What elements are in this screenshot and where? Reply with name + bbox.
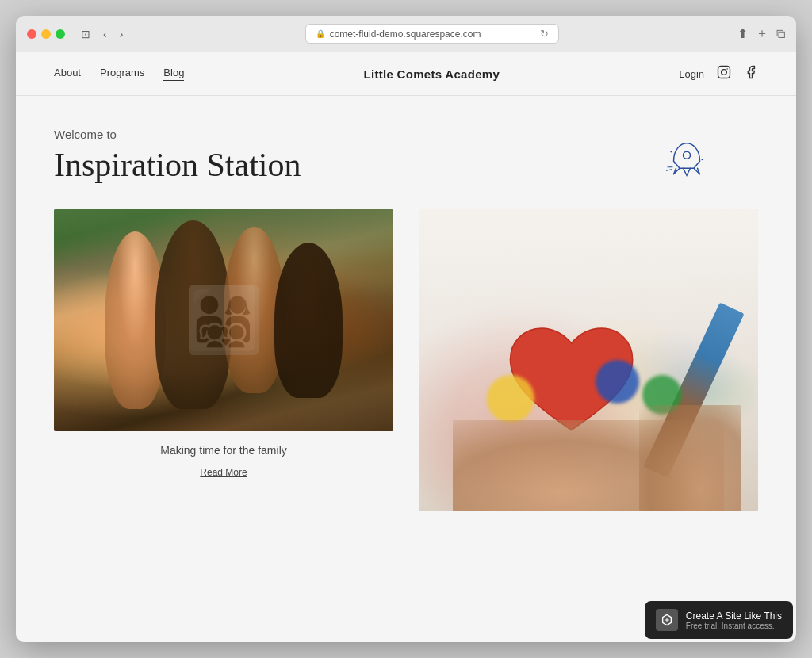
post-image-family[interactable] <box>54 209 393 431</box>
refresh-icon[interactable]: ↻ <box>540 28 549 40</box>
site-nav: About Programs Blog <box>54 67 184 81</box>
forward-button[interactable]: › <box>117 26 127 42</box>
rocket-icon <box>663 136 710 186</box>
post-caption-family: Making time for the family <box>54 444 393 457</box>
nav-programs[interactable]: Programs <box>100 67 144 81</box>
site-main: Welcome to Inspiration Station <box>16 96 796 642</box>
nav-blog[interactable]: Blog <box>163 67 184 81</box>
read-more-family[interactable]: Read More <box>200 467 247 478</box>
close-button[interactable] <box>27 29 36 39</box>
window-controls: ⊡ ‹ › <box>78 26 126 42</box>
squarespace-main-text: Create A Site Like This <box>686 610 782 622</box>
browser-window: ⊡ ‹ › 🔒 comet-fluid-demo.squarespace.com… <box>16 16 796 642</box>
lock-icon: 🔒 <box>316 29 325 38</box>
instagram-icon[interactable] <box>717 65 731 82</box>
new-tab-button[interactable]: ＋ <box>756 25 768 42</box>
tabs-button[interactable]: ⧉ <box>776 27 785 41</box>
blog-post-card-family: Making time for the family Read More <box>54 209 393 511</box>
sidebar-toggle-button[interactable]: ⊡ <box>78 26 94 42</box>
website-content: About Programs Blog Little Comets Academ… <box>16 52 796 642</box>
squarespace-banner-text: Create A Site Like This Free trial. Inst… <box>686 610 782 630</box>
art-photo <box>419 209 758 511</box>
svg-point-1 <box>722 70 727 75</box>
blog-post-card-art <box>419 209 758 511</box>
svg-point-5 <box>701 159 703 160</box>
traffic-lights <box>27 29 65 39</box>
browser-action-buttons: ⬆ ＋ ⧉ <box>737 25 785 42</box>
address-bar[interactable]: 🔒 comet-fluid-demo.squarespace.com ↻ <box>305 24 559 44</box>
svg-rect-0 <box>718 67 730 78</box>
welcome-text: Welcome to <box>54 128 758 141</box>
share-button[interactable]: ⬆ <box>737 26 748 41</box>
minimize-button[interactable] <box>41 29 51 39</box>
blog-title: Inspiration Station <box>54 146 758 184</box>
maximize-button[interactable] <box>56 29 65 39</box>
blog-posts-grid: Making time for the family Read More <box>54 209 758 511</box>
address-bar-container: 🔒 comet-fluid-demo.squarespace.com ↻ <box>136 24 728 44</box>
login-link[interactable]: Login <box>679 68 704 80</box>
post-image-art[interactable] <box>419 209 758 511</box>
svg-point-3 <box>684 151 691 159</box>
svg-point-4 <box>670 151 672 152</box>
site-header-right: Login <box>679 65 758 82</box>
nav-about[interactable]: About <box>54 67 81 81</box>
site-title: Little Comets Academy <box>363 67 500 81</box>
squarespace-logo <box>656 609 678 631</box>
blog-header: Welcome to Inspiration Station <box>54 128 758 184</box>
address-text: comet-fluid-demo.squarespace.com <box>330 29 481 40</box>
family-photo <box>54 209 393 431</box>
browser-chrome: ⊡ ‹ › 🔒 comet-fluid-demo.squarespace.com… <box>16 16 796 52</box>
back-button[interactable]: ‹ <box>100 26 110 42</box>
post-meta-family: Making time for the family Read More <box>54 431 393 485</box>
svg-point-6 <box>674 163 676 165</box>
squarespace-banner[interactable]: Create A Site Like This Free trial. Inst… <box>645 601 793 639</box>
svg-point-2 <box>726 68 728 70</box>
squarespace-sub-text: Free trial. Instant access. <box>686 622 782 630</box>
site-header: About Programs Blog Little Comets Academ… <box>16 52 796 96</box>
facebook-icon[interactable] <box>744 65 758 82</box>
